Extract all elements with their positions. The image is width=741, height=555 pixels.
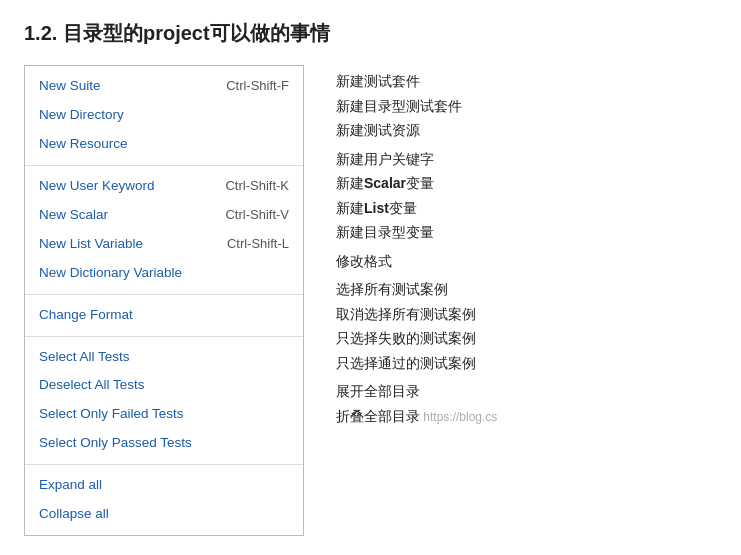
- menu-box: New SuiteCtrl-Shift-FNew DirectoryNew Re…: [24, 65, 304, 536]
- menu-item-1-3[interactable]: New Dictionary Variable: [25, 259, 303, 288]
- menu-item-3-0[interactable]: Select All Tests: [25, 343, 303, 372]
- menu-section-1: New User KeywordCtrl-Shift-KNew ScalarCt…: [25, 166, 303, 295]
- menu-item-label-1-2: New List Variable: [39, 233, 143, 256]
- desc-item-4-1: 折叠全部目录 https://blog.cs: [336, 404, 497, 429]
- menu-item-label-0-0: New Suite: [39, 75, 101, 98]
- menu-item-4-0[interactable]: Expand all: [25, 471, 303, 500]
- desc-item-3-2: 只选择失败的测试案例: [336, 326, 497, 351]
- desc-item-1-3: 新建目录型变量: [336, 220, 497, 245]
- menu-section-0: New SuiteCtrl-Shift-FNew DirectoryNew Re…: [25, 66, 303, 166]
- menu-item-label-1-1: New Scalar: [39, 204, 108, 227]
- desc-section-3: 选择所有测试案例取消选择所有测试案例只选择失败的测试案例只选择通过的测试案例: [336, 277, 497, 375]
- menu-item-3-1[interactable]: Deselect All Tests: [25, 371, 303, 400]
- menu-item-1-2[interactable]: New List VariableCtrl-Shift-L: [25, 230, 303, 259]
- desc-item-3-3: 只选择通过的测试案例: [336, 351, 497, 376]
- desc-section-1: 新建用户关键字新建Scalar变量新建List变量新建目录型变量: [336, 147, 497, 245]
- page-title: 1.2. 目录型的project可以做的事情: [24, 20, 717, 47]
- descriptions-area: 新建测试套件新建目录型测试套件新建测试资源新建用户关键字新建Scalar变量新建…: [336, 65, 497, 432]
- menu-item-3-2[interactable]: Select Only Failed Tests: [25, 400, 303, 429]
- menu-item-label-3-2: Select Only Failed Tests: [39, 403, 184, 426]
- menu-item-label-4-0: Expand all: [39, 474, 102, 497]
- menu-item-shortcut-1-0: Ctrl-Shift-K: [225, 175, 289, 198]
- menu-item-1-1[interactable]: New ScalarCtrl-Shift-V: [25, 201, 303, 230]
- menu-section-3: Select All TestsDeselect All TestsSelect…: [25, 337, 303, 466]
- menu-item-3-3[interactable]: Select Only Passed Tests: [25, 429, 303, 458]
- menu-item-0-0[interactable]: New SuiteCtrl-Shift-F: [25, 72, 303, 101]
- desc-section-4: 展开全部目录折叠全部目录 https://blog.cs: [336, 379, 497, 428]
- menu-section-2: Change Format: [25, 295, 303, 337]
- desc-section-0: 新建测试套件新建目录型测试套件新建测试资源: [336, 69, 497, 143]
- desc-item-0-2: 新建测试资源: [336, 118, 497, 143]
- menu-item-0-1[interactable]: New Directory: [25, 101, 303, 130]
- menu-item-label-1-0: New User Keyword: [39, 175, 155, 198]
- desc-item-1-1: 新建Scalar变量: [336, 171, 497, 196]
- menu-item-2-0[interactable]: Change Format: [25, 301, 303, 330]
- menu-item-label-0-1: New Directory: [39, 104, 124, 127]
- menu-item-shortcut-1-2: Ctrl-Shift-L: [227, 233, 289, 256]
- menu-item-label-1-3: New Dictionary Variable: [39, 262, 182, 285]
- desc-item-0-0: 新建测试套件: [336, 69, 497, 94]
- desc-item-1-2: 新建List变量: [336, 196, 497, 221]
- menu-item-label-3-1: Deselect All Tests: [39, 374, 145, 397]
- desc-item-2-0: 修改格式: [336, 249, 497, 274]
- menu-item-0-2[interactable]: New Resource: [25, 130, 303, 159]
- menu-item-4-1[interactable]: Collapse all: [25, 500, 303, 529]
- menu-item-shortcut-1-1: Ctrl-Shift-V: [225, 204, 289, 227]
- menu-item-shortcut-0-0: Ctrl-Shift-F: [226, 75, 289, 98]
- menu-item-label-0-2: New Resource: [39, 133, 128, 156]
- menu-item-1-0[interactable]: New User KeywordCtrl-Shift-K: [25, 172, 303, 201]
- desc-item-1-0: 新建用户关键字: [336, 147, 497, 172]
- menu-section-4: Expand allCollapse all: [25, 465, 303, 535]
- desc-section-2: 修改格式: [336, 249, 497, 274]
- menu-item-label-3-3: Select Only Passed Tests: [39, 432, 192, 455]
- desc-item-3-0: 选择所有测试案例: [336, 277, 497, 302]
- watermark: https://blog.cs: [420, 410, 497, 424]
- menu-item-label-4-1: Collapse all: [39, 503, 109, 526]
- desc-item-3-1: 取消选择所有测试案例: [336, 302, 497, 327]
- desc-item-4-0: 展开全部目录: [336, 379, 497, 404]
- content-area: New SuiteCtrl-Shift-FNew DirectoryNew Re…: [24, 65, 717, 536]
- desc-item-0-1: 新建目录型测试套件: [336, 94, 497, 119]
- menu-item-label-3-0: Select All Tests: [39, 346, 130, 369]
- menu-item-label-2-0: Change Format: [39, 304, 133, 327]
